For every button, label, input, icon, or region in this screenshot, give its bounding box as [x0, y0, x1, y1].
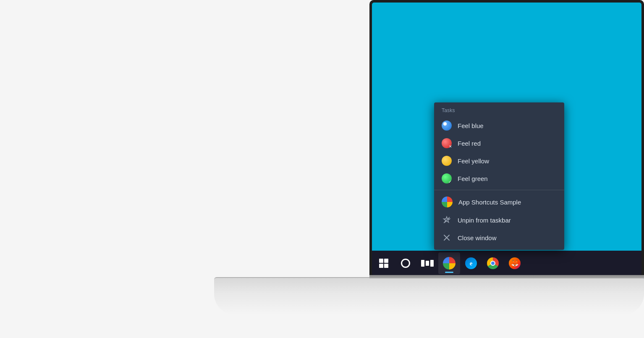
feel-green-label: Feel green	[458, 175, 488, 182]
feel-blue-label: Feel blue	[458, 122, 484, 129]
close-window-label: Close window	[458, 234, 497, 241]
laptop-screen-frame: Tasks Feel blue ✕ Feel red	[369, 0, 644, 278]
pinwheel-icon	[443, 257, 456, 270]
edge-icon: e	[465, 257, 477, 269]
laptop-screen: Tasks Feel blue ✕ Feel red	[372, 3, 641, 276]
windows-icon	[379, 259, 388, 268]
feel-red-item[interactable]: ✕ Feel red	[434, 134, 564, 152]
laptop-base	[214, 277, 644, 315]
chrome-button[interactable]	[482, 252, 504, 274]
context-menu: Tasks Feel blue ✕ Feel red	[434, 102, 564, 250]
close-icon	[442, 233, 452, 243]
firefox-button[interactable]: 🦊	[504, 252, 526, 274]
feel-blue-item[interactable]: Feel blue	[434, 117, 564, 134]
active-indicator	[445, 272, 453, 273]
feel-red-icon: ✕	[442, 138, 452, 148]
unpin-item[interactable]: Unpin from taskbar	[434, 211, 564, 229]
feel-green-item[interactable]: ✓ Feel green	[434, 170, 564, 187]
feel-green-icon: ✓	[442, 173, 452, 183]
firefox-icon: 🦊	[509, 257, 521, 269]
unpin-label: Unpin from taskbar	[458, 217, 511, 224]
unpin-icon	[442, 215, 452, 225]
start-button[interactable]	[373, 252, 395, 274]
feel-yellow-item[interactable]: Feel yellow	[434, 152, 564, 170]
close-window-item[interactable]: Close window	[434, 229, 564, 246]
feel-blue-icon	[442, 121, 452, 131]
tasks-section-label: Tasks	[434, 106, 564, 117]
app-shortcuts-taskbar-button[interactable]: Tasks Feel blue ✕ Feel red	[438, 252, 460, 274]
context-separator	[434, 190, 564, 190]
search-button[interactable]	[395, 252, 416, 274]
edge-button[interactable]: e	[460, 252, 482, 274]
taskbar: Tasks Feel blue ✕ Feel red	[372, 251, 641, 276]
circle-icon	[401, 259, 410, 268]
taskview-button[interactable]	[416, 252, 438, 274]
taskview-icon	[421, 260, 434, 267]
chrome-icon	[487, 257, 499, 269]
app-shortcuts-item[interactable]: App Shortcuts Sample	[434, 193, 564, 211]
app-shortcuts-icon	[442, 197, 453, 207]
feel-red-label: Feel red	[458, 140, 481, 147]
feel-yellow-icon	[442, 156, 452, 166]
feel-yellow-label: Feel yellow	[458, 157, 489, 165]
laptop-hinge	[369, 275, 644, 278]
app-shortcuts-label: App Shortcuts Sample	[458, 199, 521, 206]
